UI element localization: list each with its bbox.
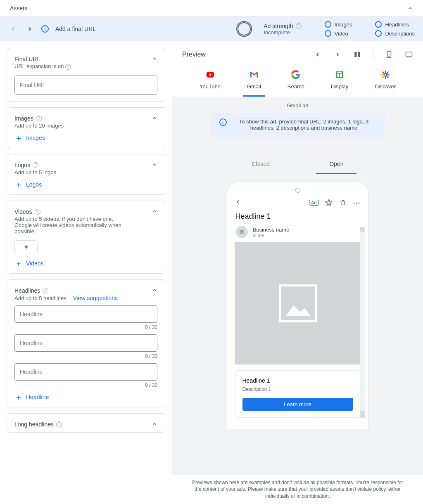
headline-counter-3: 0 / 30 — [14, 382, 157, 388]
final-url-input[interactable] — [14, 76, 157, 95]
check-descriptions: Descriptions — [385, 31, 415, 37]
final-url-sub: URL expansion is on — [14, 63, 64, 69]
headline-counter-2: 0 / 30 — [14, 353, 157, 359]
card-images: Images ? Add up to 20 images ＋Images — [7, 107, 165, 148]
videos-title: Videos — [14, 208, 32, 215]
headline-input-3[interactable] — [14, 363, 157, 381]
check-video-icon — [325, 30, 331, 37]
svg-line-23 — [383, 76, 384, 77]
assets-form: Final URL URL expansion is on ? Images ?… — [0, 41, 172, 500]
plus-icon: ＋ — [14, 135, 23, 141]
info-icon: i — [219, 118, 227, 126]
tab-closed[interactable]: Closed — [239, 157, 283, 174]
assets-title: Assets — [10, 5, 27, 12]
preview-mobile-icon[interactable] — [385, 50, 393, 59]
logos-sub: Add up to 5 logos — [14, 169, 56, 175]
preview-disclaimer: Previews shown here are examples and don… — [172, 475, 423, 500]
logos-title: Logos — [14, 162, 30, 168]
check-images-icon — [325, 21, 331, 28]
collapse-icon[interactable] — [152, 56, 157, 63]
tab-youtube[interactable]: YouTube — [195, 67, 225, 97]
help-icon[interactable]: ? — [296, 23, 302, 29]
strength-status: Incomplete — [264, 29, 302, 35]
plus-icon: ＋ — [14, 260, 23, 267]
tab-gmail[interactable]: Gmail — [243, 67, 265, 97]
assets-header: Assets — [0, 0, 423, 17]
email-headline: Headline 1 — [235, 211, 361, 224]
strength-ring-icon — [236, 21, 252, 37]
add-images-button[interactable]: ＋Images — [14, 135, 157, 141]
back-icon[interactable] — [235, 198, 241, 207]
headline-input-1[interactable] — [14, 305, 157, 323]
gmail-icon — [250, 70, 259, 79]
svg-marker-25 — [326, 199, 332, 205]
help-icon[interactable]: ? — [56, 421, 62, 427]
headline-counter-1: 0 / 30 — [14, 324, 157, 330]
scrollbar[interactable] — [360, 227, 365, 418]
collapse-icon[interactable] — [152, 162, 157, 169]
phone-notch-icon — [295, 188, 300, 193]
preview-title: Preview — [182, 51, 206, 58]
tab-discover[interactable]: Discover — [371, 67, 400, 97]
banner-text: To show this ad, provide final URL, 2 im… — [232, 118, 376, 131]
preview-next-icon[interactable] — [333, 50, 342, 59]
collapse-assets-icon[interactable] — [407, 5, 413, 11]
final-url-title: Final URL — [14, 56, 40, 62]
check-headlines-icon — [375, 21, 382, 28]
star-icon[interactable] — [325, 199, 333, 207]
preview-desktop-icon[interactable] — [405, 50, 413, 59]
preview-prev-icon[interactable] — [314, 50, 322, 59]
help-icon[interactable]: ? — [35, 209, 40, 215]
svg-rect-15 — [337, 74, 339, 77]
headline-input-2[interactable] — [14, 334, 157, 352]
tab-open[interactable]: Open — [316, 157, 356, 174]
tab-search[interactable]: Search — [283, 67, 309, 97]
help-icon[interactable]: ? — [36, 116, 42, 121]
card-final-url: Final URL URL expansion is on ? — [7, 48, 165, 102]
learn-more-button[interactable]: Learn more — [242, 398, 353, 411]
images-title: Images — [14, 115, 33, 122]
cta-card: Headline 1 Description 1 Learn more — [235, 370, 360, 418]
images-sub: Add up to 20 images — [14, 123, 64, 129]
auto-video-icon[interactable]: ✦ — [14, 240, 38, 254]
info-icon: i — [41, 25, 49, 33]
collapse-icon[interactable] — [152, 208, 157, 215]
collapse-icon[interactable] — [152, 287, 157, 294]
svg-rect-16 — [340, 74, 342, 77]
preview-pane: Preview YouTube Gmail Search — [172, 41, 423, 500]
strength-hint: Add a final URL — [55, 26, 96, 32]
preview-split-icon[interactable] — [353, 50, 361, 59]
long-headlines-title: Long headlines — [14, 421, 54, 428]
plus-icon: ＋ — [14, 181, 23, 188]
card-headlines: Headlines ? Add up to 5 headlines View s… — [7, 279, 165, 407]
add-logos-button[interactable]: ＋Logos — [14, 181, 157, 188]
svg-line-24 — [383, 72, 384, 74]
preview-stage: Gmail ad i To show this ad, provide fina… — [172, 97, 423, 475]
youtube-icon — [206, 70, 215, 79]
image-icon — [279, 284, 317, 322]
phone-preview: Ad ⋯ Headline 1 Business name to me — [227, 182, 369, 429]
more-icon[interactable]: ⋯ — [353, 199, 361, 207]
google-icon — [291, 70, 300, 79]
to-line: to me — [253, 233, 290, 238]
add-videos-button[interactable]: ＋Videos — [14, 260, 157, 267]
videos-sub: Add up to 5 videos. If you don't have on… — [14, 216, 122, 234]
add-headline-button[interactable]: ＋Headline — [14, 394, 157, 400]
collapse-icon[interactable] — [152, 421, 157, 428]
trash-icon[interactable] — [339, 199, 347, 207]
business-name: Business name — [253, 227, 290, 233]
help-icon[interactable]: ? — [33, 162, 38, 168]
view-suggestions-link[interactable]: View suggestions — [73, 295, 118, 301]
svg-marker-10 — [252, 72, 257, 75]
help-icon[interactable]: ? — [65, 64, 71, 70]
collapse-icon[interactable] — [152, 115, 157, 122]
svg-rect-1 — [358, 52, 360, 57]
help-icon[interactable]: ? — [43, 288, 48, 293]
stage-title: Gmail ad — [287, 97, 308, 113]
tab-display[interactable]: Display — [327, 67, 353, 97]
headlines-sub: Add up to 5 headlines — [14, 295, 67, 301]
prev-step-icon[interactable] — [8, 24, 18, 34]
divider — [373, 49, 373, 60]
avatar-icon — [235, 226, 248, 238]
next-step-icon[interactable] — [25, 24, 35, 34]
